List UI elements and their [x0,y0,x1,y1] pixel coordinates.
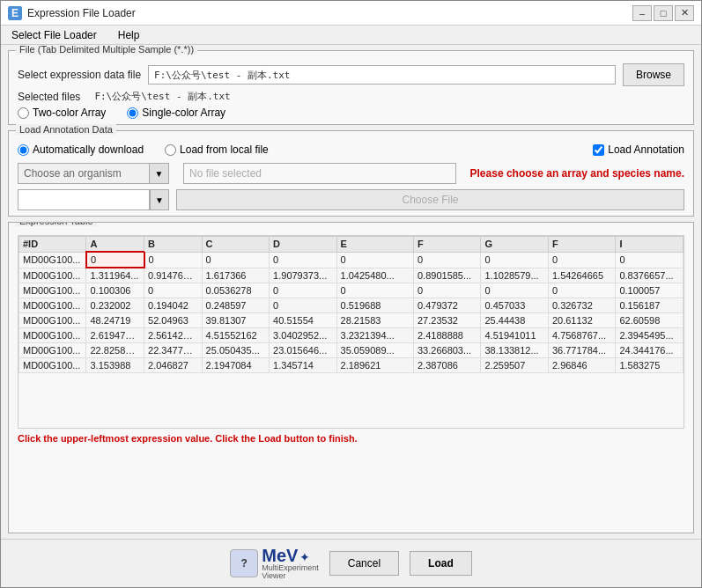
table-cell[interactable]: 1.345714 [270,358,336,373]
minimize-button[interactable]: – [632,5,652,21]
table-cell[interactable]: MD00G100... [19,298,86,313]
table-cell[interactable]: 0.248597 [202,298,269,313]
table-cell[interactable]: 38.133812... [481,343,548,358]
table-cell[interactable]: 0 [481,252,548,268]
table-cell[interactable]: 1.617366 [202,268,269,283]
table-cell[interactable]: 27.23532 [413,313,480,328]
table-cell[interactable]: 2.259507 [481,358,548,373]
table-cell[interactable]: 0 [270,298,336,313]
second-dropdown[interactable]: ▼ [18,189,169,210]
table-cell[interactable]: 3.2321394... [336,328,413,343]
load-button[interactable]: Load [410,551,472,576]
table-cell[interactable]: 0 [413,283,480,298]
table-cell[interactable]: 2.1947084 [202,358,269,373]
organism-arrow-icon[interactable]: ▼ [150,163,169,184]
table-cell[interactable]: 0 [616,252,684,268]
file-path-input[interactable] [148,65,616,85]
table-cell[interactable]: 22.825836... [86,343,144,358]
menu-help[interactable]: Help [115,27,144,43]
table-cell[interactable]: 2.387086 [413,358,480,373]
table-cell[interactable]: MD00G100... [19,252,86,268]
table-cell[interactable]: 48.24719 [86,313,144,328]
close-button[interactable]: ✕ [675,5,694,21]
table-cell[interactable]: 1.311964... [86,268,144,283]
table-cell[interactable]: 33.266803... [413,343,480,358]
table-cell[interactable]: 0.156187 [616,298,684,313]
table-cell[interactable]: 0.8901585... [413,268,480,283]
table-cell[interactable]: 0 [86,252,144,268]
table-cell[interactable]: 0.100057 [616,283,684,298]
table-cell[interactable]: 1.54264665 [548,268,615,283]
table-cell[interactable]: 0 [336,283,413,298]
table-cell[interactable]: 0.8376657... [616,268,684,283]
table-cell[interactable]: 39.81307 [202,313,269,328]
menu-select-file-loader[interactable]: Select File Loader [8,27,100,43]
table-cell[interactable]: 24.344176... [616,343,684,358]
table-cell[interactable]: 0 [202,252,269,268]
table-cell[interactable]: 20.61132 [548,313,615,328]
table-cell[interactable]: 0.9147689... [144,268,203,283]
single-color-radio[interactable]: Single-color Array [127,107,225,119]
table-cell[interactable]: 0 [548,283,615,298]
table-cell[interactable]: 0.232002 [86,298,144,313]
table-cell[interactable]: 0.0536278 [202,283,269,298]
table-cell[interactable]: 2.046827 [144,358,203,373]
table-cell[interactable]: 62.60598 [616,313,684,328]
table-cell[interactable]: 0.519688 [336,298,413,313]
table-cell[interactable]: 0.100306 [86,283,144,298]
table-cell[interactable]: 0 [144,252,203,268]
load-annotation-checkbox[interactable]: Load Annotation [593,143,684,156]
table-cell[interactable]: 1.1028579... [481,268,548,283]
table-cell[interactable]: 52.04963 [144,313,203,328]
table-cell[interactable]: 3.0402952... [270,328,336,343]
table-cell[interactable]: 0.194042 [144,298,203,313]
table-cell[interactable]: 2.96846 [548,358,615,373]
table-cell[interactable]: 1.583275 [616,358,684,373]
cancel-button[interactable]: Cancel [329,551,399,576]
expression-table-wrapper[interactable]: #ID A B C D E F G F I MD00G10 [18,235,684,429]
table-cell[interactable]: 1.0425480... [336,268,413,283]
table-cell[interactable]: 0 [270,252,336,268]
table-cell[interactable]: 35.059089... [336,343,413,358]
table-cell[interactable]: 1.9079373... [270,268,336,283]
table-cell[interactable]: MD00G100... [19,358,86,373]
choose-file-button[interactable]: Choose File [176,189,684,210]
load-local-radio[interactable]: Load from local file [165,143,269,156]
table-cell[interactable]: 4.7568767... [548,328,615,343]
browse-button[interactable]: Browse [623,63,684,86]
table-cell[interactable]: 2.5614252... [144,328,203,343]
table-cell[interactable]: 0 [413,252,480,268]
table-cell[interactable]: 4.51552162 [202,328,269,343]
organism-dropdown[interactable]: Choose an organism ▼ [18,163,169,184]
table-cell[interactable]: MD00G100... [19,313,86,328]
table-cell[interactable]: 0 [270,283,336,298]
maximize-button[interactable]: □ [654,5,673,21]
table-cell[interactable]: 0 [481,283,548,298]
table-cell[interactable]: 36.771784... [548,343,615,358]
table-cell[interactable]: 0 [144,283,203,298]
table-cell[interactable]: 2.4188888 [413,328,480,343]
table-cell[interactable]: 23.015646... [270,343,336,358]
table-cell[interactable]: MD00G100... [19,343,86,358]
second-arrow-icon[interactable]: ▼ [150,189,169,210]
table-cell[interactable]: 0.457033 [481,298,548,313]
table-cell[interactable]: 3.153988 [86,358,144,373]
table-cell[interactable]: 0 [336,252,413,268]
table-cell[interactable]: 25.44438 [481,313,548,328]
table-cell[interactable]: 25.050435... [202,343,269,358]
table-cell[interactable]: MD00G100... [19,283,86,298]
table-cell[interactable]: 28.21583 [336,313,413,328]
table-cell[interactable]: 22.347731... [144,343,203,358]
table-cell[interactable]: 0 [548,252,615,268]
table-cell[interactable]: 0.326732 [548,298,615,313]
table-cell[interactable]: 2.3945495... [616,328,684,343]
table-cell[interactable]: 2.6194792... [86,328,144,343]
table-cell[interactable]: 40.51554 [270,313,336,328]
table-cell[interactable]: MD00G100... [19,328,86,343]
auto-download-radio[interactable]: Automatically download [18,143,144,156]
table-cell[interactable]: 0.479372 [413,298,480,313]
table-cell[interactable]: MD00G100... [19,268,86,283]
two-color-radio[interactable]: Two-color Array [18,107,106,119]
table-cell[interactable]: 2.189621 [336,358,413,373]
table-cell[interactable]: 4.51941011 [481,328,548,343]
